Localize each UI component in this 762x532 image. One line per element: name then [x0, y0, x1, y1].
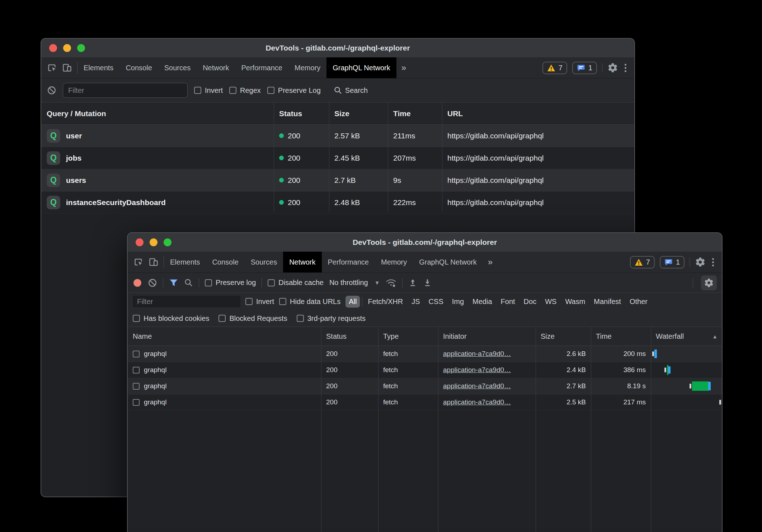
titlebar[interactable]: DevTools - gitlab.com/-/graphql-explorer: [41, 39, 634, 57]
table-row[interactable]: Qjobs 200 2.45 kB 207ms https://gitlab.c…: [41, 147, 634, 169]
has-blocked-cookies-checkbox-group[interactable]: Has blocked cookies: [133, 314, 209, 323]
preserve-log-checkbox[interactable]: [267, 87, 274, 94]
column-size[interactable]: Size: [536, 327, 591, 346]
type-filter-css[interactable]: CSS: [425, 296, 447, 308]
preserve-log-checkbox-group[interactable]: Preserve Log: [267, 86, 321, 95]
initiator-link[interactable]: application-a7ca9d0…: [443, 350, 511, 358]
export-har-icon[interactable]: [423, 278, 432, 287]
tab-graphql-network[interactable]: GraphQL Network: [326, 57, 396, 78]
search-icon[interactable]: [184, 278, 193, 287]
column-status[interactable]: Status: [274, 103, 329, 124]
issues-badge[interactable]: 1: [572, 62, 597, 74]
minimize-button[interactable]: [150, 238, 157, 246]
table-row[interactable]: Quser 200 2.57 kB 211ms https://gitlab.c…: [41, 125, 634, 147]
filter-input[interactable]: Filter: [63, 83, 188, 98]
import-har-icon[interactable]: [408, 278, 417, 287]
device-toolbar-icon[interactable]: [62, 63, 72, 73]
table-row[interactable]: Qusers 200 2.7 kB 9s https://gitlab.com/…: [41, 169, 634, 191]
table-row[interactable]: graphql 200 fetch application-a7ca9d0… 2…: [128, 362, 722, 378]
table-row[interactable]: graphql 200 fetch application-a7ca9d0… 2…: [128, 378, 722, 394]
hide-data-urls-checkbox-group[interactable]: Hide data URLs: [279, 298, 340, 306]
preserve-log-checkbox[interactable]: [205, 279, 212, 286]
disable-cache-checkbox-group[interactable]: Disable cache: [268, 279, 324, 287]
close-button[interactable]: [49, 44, 57, 52]
blocked-requests-checkbox-group[interactable]: Blocked Requests: [218, 314, 287, 323]
type-filter-doc[interactable]: Doc: [521, 296, 540, 308]
column-size[interactable]: Size: [329, 103, 388, 124]
minimize-button[interactable]: [63, 44, 71, 52]
tab-sources[interactable]: Sources: [245, 252, 283, 272]
table-row[interactable]: graphql 200 fetch application-a7ca9d0… 2…: [128, 394, 722, 410]
settings-gear-icon[interactable]: [695, 257, 706, 267]
tab-network[interactable]: Network: [197, 57, 235, 78]
throttling-dropdown[interactable]: No throttling ▼: [329, 279, 380, 287]
network-conditions-icon[interactable]: [386, 278, 396, 288]
third-party-requests-checkbox-group[interactable]: 3rd-party requests: [297, 314, 366, 323]
warnings-badge[interactable]: 7: [630, 256, 655, 269]
regex-checkbox-group[interactable]: Regex: [229, 86, 261, 95]
row-checkbox[interactable]: [133, 383, 140, 390]
column-type[interactable]: Type: [378, 327, 438, 346]
clear-icon[interactable]: [47, 86, 56, 95]
column-status[interactable]: Status: [321, 327, 378, 346]
more-tabs-chevron-icon[interactable]: »: [483, 252, 498, 272]
device-toolbar-icon[interactable]: [149, 257, 159, 267]
type-filter-fetch-xhr[interactable]: Fetch/XHR: [364, 296, 406, 308]
regex-checkbox[interactable]: [229, 87, 236, 94]
column-time[interactable]: Time: [591, 327, 651, 346]
network-settings-button[interactable]: [701, 275, 717, 290]
column-waterfall[interactable]: Waterfall ▲: [651, 327, 722, 346]
type-filter-media[interactable]: Media: [469, 296, 495, 308]
table-row[interactable]: QinstanceSecurityDashboard 200 2.48 kB 2…: [41, 191, 634, 214]
type-filter-manifest[interactable]: Manifest: [591, 296, 624, 308]
invert-checkbox-group[interactable]: Invert: [194, 86, 223, 95]
close-button[interactable]: [136, 238, 144, 246]
settings-gear-icon[interactable]: [607, 62, 618, 73]
filter-funnel-icon[interactable]: [169, 278, 178, 288]
tab-console[interactable]: Console: [119, 57, 158, 78]
tab-elements[interactable]: Elements: [77, 57, 119, 78]
column-query-mutation[interactable]: Query / Mutation: [41, 103, 274, 124]
tab-memory[interactable]: Memory: [288, 57, 326, 78]
tab-network[interactable]: Network: [283, 252, 321, 272]
kebab-menu-icon[interactable]: [711, 258, 715, 266]
tab-performance[interactable]: Performance: [235, 57, 289, 78]
third-party-requests-checkbox[interactable]: [297, 315, 304, 322]
issues-badge[interactable]: 1: [660, 256, 685, 269]
inspect-element-icon[interactable]: [47, 63, 57, 73]
clear-icon[interactable]: [148, 278, 157, 288]
column-initiator[interactable]: Initiator: [438, 327, 536, 346]
tab-performance[interactable]: Performance: [322, 252, 375, 272]
type-filter-ws[interactable]: WS: [542, 296, 560, 308]
search-button[interactable]: Search: [334, 86, 368, 95]
initiator-link[interactable]: application-a7ca9d0…: [443, 398, 511, 406]
record-network-log-icon[interactable]: [133, 278, 142, 288]
column-time[interactable]: Time: [388, 103, 442, 124]
titlebar[interactable]: DevTools - gitlab.com/-/graphql-explorer: [128, 233, 722, 252]
tab-memory[interactable]: Memory: [375, 252, 413, 272]
disable-cache-checkbox[interactable]: [268, 279, 275, 286]
type-filter-img[interactable]: Img: [449, 296, 467, 308]
row-checkbox[interactable]: [133, 351, 140, 357]
inspect-element-icon[interactable]: [133, 257, 144, 267]
type-filter-other[interactable]: Other: [626, 296, 651, 308]
tab-elements[interactable]: Elements: [164, 252, 206, 272]
row-checkbox[interactable]: [133, 367, 140, 374]
more-tabs-chevron-icon[interactable]: »: [396, 57, 411, 78]
column-name[interactable]: Name: [128, 327, 321, 346]
blocked-requests-checkbox[interactable]: [218, 315, 226, 322]
type-filter-js[interactable]: JS: [408, 296, 423, 308]
zoom-button[interactable]: [164, 238, 171, 246]
type-filter-font[interactable]: Font: [498, 296, 518, 308]
tab-sources[interactable]: Sources: [158, 57, 197, 78]
type-filter-wasm[interactable]: Wasm: [562, 296, 588, 308]
table-row[interactable]: graphql 200 fetch application-a7ca9d0… 2…: [128, 346, 722, 362]
row-checkbox[interactable]: [133, 399, 140, 406]
preserve-log-checkbox-group[interactable]: Preserve log: [205, 279, 256, 287]
type-filter-all[interactable]: All: [345, 296, 360, 308]
hide-data-urls-checkbox[interactable]: [279, 298, 286, 305]
tab-console[interactable]: Console: [206, 252, 244, 272]
kebab-menu-icon[interactable]: [623, 64, 628, 72]
zoom-button[interactable]: [77, 44, 85, 52]
initiator-link[interactable]: application-a7ca9d0…: [443, 366, 511, 374]
